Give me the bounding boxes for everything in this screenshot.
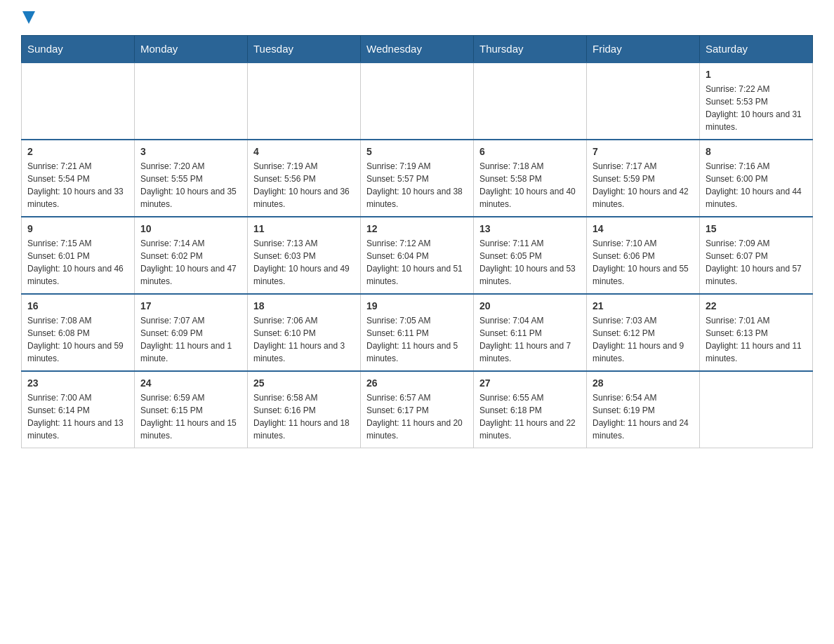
day-info: Sunrise: 6:59 AMSunset: 6:15 PMDaylight:… [140,391,241,442]
table-row [361,62,474,140]
day-number: 23 [27,377,128,389]
day-number: 17 [140,300,241,311]
day-info: Sunrise: 7:11 AMSunset: 6:05 PMDaylight:… [479,237,581,288]
day-number: 5 [366,146,468,157]
day-info: Sunrise: 7:21 AMSunset: 5:54 PMDaylight:… [27,160,128,210]
calendar-table: Sunday Monday Tuesday Wednesday Thursday… [21,35,813,448]
day-info: Sunrise: 7:15 AMSunset: 6:01 PMDaylight:… [27,237,128,288]
day-info: Sunrise: 7:19 AMSunset: 5:57 PMDaylight:… [366,160,468,210]
table-row: 7Sunrise: 7:17 AMSunset: 5:59 PMDaylight… [587,140,700,217]
day-number: 20 [479,300,581,311]
day-number: 7 [593,146,694,157]
logo [21,14,35,28]
table-row: 24Sunrise: 6:59 AMSunset: 6:15 PMDayligh… [135,371,248,448]
day-number: 26 [366,377,468,389]
table-row: 22Sunrise: 7:01 AMSunset: 6:13 PMDayligh… [700,294,813,371]
day-info: Sunrise: 7:20 AMSunset: 5:55 PMDaylight:… [140,160,241,210]
day-info: Sunrise: 7:17 AMSunset: 5:59 PMDaylight:… [593,160,694,210]
table-row: 23Sunrise: 7:00 AMSunset: 6:14 PMDayligh… [22,371,135,448]
table-row [474,62,587,140]
col-wednesday: Wednesday [361,36,474,63]
table-row: 11Sunrise: 7:13 AMSunset: 6:03 PMDayligh… [248,217,361,294]
table-row: 20Sunrise: 7:04 AMSunset: 6:11 PMDayligh… [474,294,587,371]
table-row: 1Sunrise: 7:22 AMSunset: 5:53 PMDaylight… [700,62,813,140]
svg-marker-0 [22,11,35,24]
day-info: Sunrise: 6:57 AMSunset: 6:17 PMDaylight:… [366,391,468,442]
table-row: 15Sunrise: 7:09 AMSunset: 6:07 PMDayligh… [700,217,813,294]
table-row [135,62,248,140]
day-number: 15 [706,223,807,234]
table-row: 8Sunrise: 7:16 AMSunset: 6:00 PMDaylight… [700,140,813,217]
day-number: 16 [27,300,128,311]
day-number: 12 [366,223,468,234]
table-row: 12Sunrise: 7:12 AMSunset: 6:04 PMDayligh… [361,217,474,294]
calendar-week-row: 9Sunrise: 7:15 AMSunset: 6:01 PMDaylight… [22,217,813,294]
day-info: Sunrise: 7:09 AMSunset: 6:07 PMDaylight:… [706,237,807,288]
day-number: 19 [366,300,468,311]
day-number: 1 [706,69,807,80]
table-row: 5Sunrise: 7:19 AMSunset: 5:57 PMDaylight… [361,140,474,217]
day-number: 3 [140,146,241,157]
day-number: 13 [479,223,581,234]
logo-arrow-icon [22,11,35,28]
day-info: Sunrise: 7:00 AMSunset: 6:14 PMDaylight:… [27,391,128,442]
table-row: 21Sunrise: 7:03 AMSunset: 6:12 PMDayligh… [587,294,700,371]
col-thursday: Thursday [474,36,587,63]
table-row: 3Sunrise: 7:20 AMSunset: 5:55 PMDaylight… [135,140,248,217]
col-saturday: Saturday [700,36,813,63]
day-number: 4 [253,146,355,157]
day-number: 11 [253,223,355,234]
calendar-header-row: Sunday Monday Tuesday Wednesday Thursday… [22,36,813,63]
table-row [248,62,361,140]
calendar-week-row: 2Sunrise: 7:21 AMSunset: 5:54 PMDaylight… [22,140,813,217]
day-number: 2 [27,146,128,157]
table-row [700,371,813,448]
day-info: Sunrise: 7:12 AMSunset: 6:04 PMDaylight:… [366,237,468,288]
col-sunday: Sunday [22,36,135,63]
table-row: 18Sunrise: 7:06 AMSunset: 6:10 PMDayligh… [248,294,361,371]
table-row: 13Sunrise: 7:11 AMSunset: 6:05 PMDayligh… [474,217,587,294]
day-info: Sunrise: 7:18 AMSunset: 5:58 PMDaylight:… [479,160,581,210]
col-tuesday: Tuesday [248,36,361,63]
day-info: Sunrise: 7:04 AMSunset: 6:11 PMDaylight:… [479,314,581,365]
day-info: Sunrise: 7:19 AMSunset: 5:56 PMDaylight:… [253,160,355,210]
table-row: 6Sunrise: 7:18 AMSunset: 5:58 PMDaylight… [474,140,587,217]
day-info: Sunrise: 6:58 AMSunset: 6:16 PMDaylight:… [253,391,355,442]
table-row [22,62,135,140]
col-friday: Friday [587,36,700,63]
day-number: 6 [479,146,581,157]
day-number: 25 [253,377,355,389]
table-row: 26Sunrise: 6:57 AMSunset: 6:17 PMDayligh… [361,371,474,448]
table-row: 4Sunrise: 7:19 AMSunset: 5:56 PMDaylight… [248,140,361,217]
table-row: 16Sunrise: 7:08 AMSunset: 6:08 PMDayligh… [22,294,135,371]
table-row: 28Sunrise: 6:54 AMSunset: 6:19 PMDayligh… [587,371,700,448]
day-number: 9 [27,223,128,234]
day-number: 10 [140,223,241,234]
day-number: 22 [706,300,807,311]
day-number: 27 [479,377,581,389]
day-number: 8 [706,146,807,157]
table-row [587,62,700,140]
calendar-week-row: 23Sunrise: 7:00 AMSunset: 6:14 PMDayligh… [22,371,813,448]
day-number: 18 [253,300,355,311]
day-number: 28 [593,377,694,389]
day-number: 21 [593,300,694,311]
day-info: Sunrise: 7:13 AMSunset: 6:03 PMDaylight:… [253,237,355,288]
col-monday: Monday [135,36,248,63]
day-info: Sunrise: 7:14 AMSunset: 6:02 PMDaylight:… [140,237,241,288]
table-row: 19Sunrise: 7:05 AMSunset: 6:11 PMDayligh… [361,294,474,371]
table-row: 17Sunrise: 7:07 AMSunset: 6:09 PMDayligh… [135,294,248,371]
day-info: Sunrise: 7:16 AMSunset: 6:00 PMDaylight:… [706,160,807,210]
day-info: Sunrise: 6:54 AMSunset: 6:19 PMDaylight:… [593,391,694,442]
day-info: Sunrise: 7:22 AMSunset: 5:53 PMDaylight:… [706,83,807,133]
day-info: Sunrise: 7:07 AMSunset: 6:09 PMDaylight:… [140,314,241,365]
day-info: Sunrise: 7:10 AMSunset: 6:06 PMDaylight:… [593,237,694,288]
calendar-week-row: 1Sunrise: 7:22 AMSunset: 5:53 PMDaylight… [22,62,813,140]
calendar-week-row: 16Sunrise: 7:08 AMSunset: 6:08 PMDayligh… [22,294,813,371]
day-info: Sunrise: 7:01 AMSunset: 6:13 PMDaylight:… [706,314,807,365]
table-row: 27Sunrise: 6:55 AMSunset: 6:18 PMDayligh… [474,371,587,448]
table-row: 14Sunrise: 7:10 AMSunset: 6:06 PMDayligh… [587,217,700,294]
day-info: Sunrise: 7:08 AMSunset: 6:08 PMDaylight:… [27,314,128,365]
day-info: Sunrise: 6:55 AMSunset: 6:18 PMDaylight:… [479,391,581,442]
table-row: 10Sunrise: 7:14 AMSunset: 6:02 PMDayligh… [135,217,248,294]
